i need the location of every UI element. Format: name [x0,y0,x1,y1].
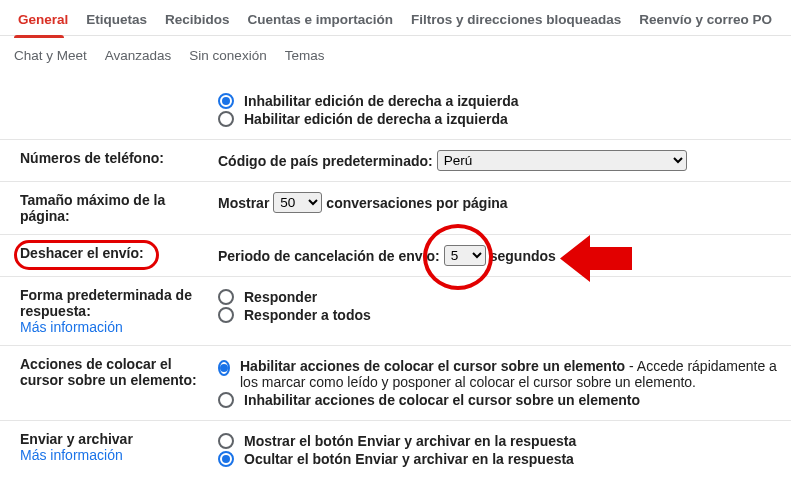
undo-label: Deshacer el envío: [0,245,200,261]
radio-icon[interactable] [218,392,234,408]
hover-disable-option[interactable]: Inhabilitar acciones de colocar el curso… [218,392,781,408]
reply-more-link[interactable]: Más información [20,319,200,335]
tab-general[interactable]: General [14,8,72,35]
phone-text: Código de país predeterminado: [218,153,433,169]
tab-filtros[interactable]: Filtros y direcciones bloqueadas [407,8,625,35]
tab-reenvio[interactable]: Reenvío y correo PO [635,8,776,35]
subtab-temas[interactable]: Temas [285,48,325,63]
undo-seconds-select[interactable]: 5 10 20 30 [444,245,486,266]
pagesize-label: Tamaño máximo de la página: [0,192,200,224]
hover-enable-text: Habilitar acciones de colocar el cursor … [240,358,781,390]
subtab-chat[interactable]: Chat y Meet [14,48,87,63]
radio-icon[interactable] [218,451,234,467]
reply-all-option[interactable]: Responder a todos [218,307,781,323]
reply-all-text: Responder a todos [244,307,371,323]
pagesize-post: conversaciones por página [326,195,507,211]
rtl-enable-option[interactable]: Habilitar edición de derecha a izquierda [218,111,781,127]
hover-disable-text: Inhabilitar acciones de colocar el curso… [244,392,640,408]
subtab-offline[interactable]: Sin conexión [189,48,266,63]
radio-icon[interactable] [218,93,234,109]
sendarchive-show-text: Mostrar el botón Enviar y archivar en la… [244,433,576,449]
sendarchive-more-link[interactable]: Más información [20,447,200,463]
phone-label: Números de teléfono: [0,150,200,166]
undo-post: segundos [490,248,556,264]
radio-icon[interactable] [218,289,234,305]
reply-label: Forma predeterminada de respuesta: [20,287,200,319]
secondary-tabs: Chat y Meet Avanzadas Sin conexión Temas [0,38,791,73]
pagesize-pre: Mostrar [218,195,269,211]
subtab-avanzadas[interactable]: Avanzadas [105,48,172,63]
reply-single-option[interactable]: Responder [218,289,781,305]
rtl-disable-option[interactable]: Inhabilitar edición de derecha a izquier… [218,93,781,109]
sendarchive-show-option[interactable]: Mostrar el botón Enviar y archivar en la… [218,433,781,449]
radio-icon[interactable] [218,307,234,323]
sendarchive-hide-text: Ocultar el botón Enviar y archivar en la… [244,451,574,467]
undo-pre: Periodo de cancelación de envío: [218,248,440,264]
rtl-enable-text: Habilitar edición de derecha a izquierda [244,111,508,127]
phone-country-select[interactable]: Perú [437,150,687,171]
hover-enable-option[interactable]: Habilitar acciones de colocar el cursor … [218,358,781,390]
primary-tabs: General Etiquetas Recibidos Cuentas e im… [0,0,791,36]
rtl-disable-text: Inhabilitar edición de derecha a izquier… [244,93,519,109]
hover-label: Acciones de colocar el cursor sobre un e… [0,356,200,388]
pagesize-select[interactable]: 10 25 50 100 [273,192,322,213]
reply-single-text: Responder [244,289,317,305]
tab-recibidos[interactable]: Recibidos [161,8,234,35]
radio-icon[interactable] [218,433,234,449]
tab-cuentas[interactable]: Cuentas e importación [244,8,398,35]
sendarchive-label: Enviar y archivar [20,431,200,447]
sendarchive-hide-option[interactable]: Ocultar el botón Enviar y archivar en la… [218,451,781,467]
tab-etiquetas[interactable]: Etiquetas [82,8,151,35]
radio-icon[interactable] [218,360,230,376]
radio-icon[interactable] [218,111,234,127]
